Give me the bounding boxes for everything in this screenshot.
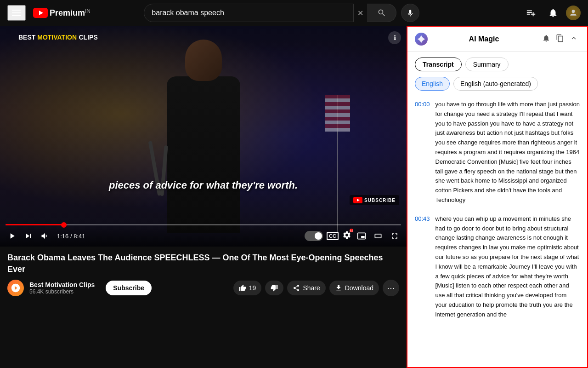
download-icon bbox=[335, 284, 342, 292]
miniplayer-button[interactable] bbox=[355, 230, 368, 242]
volume-icon bbox=[40, 231, 50, 241]
video-subtitle: pieces of advice for what they're worth. bbox=[109, 179, 298, 191]
video-title: Barack Obama Leaves The Audience SPEECHL… bbox=[7, 252, 399, 275]
share-button[interactable]: Share bbox=[287, 281, 325, 295]
chevron-up-icon bbox=[570, 34, 578, 42]
svg-point-2 bbox=[572, 10, 575, 13]
channel-watermark: BEST MOTIVATION CLIPS bbox=[18, 33, 98, 41]
ai-logo-icon bbox=[417, 34, 426, 44]
time-display: 1:16 / 8:41 bbox=[57, 233, 85, 240]
play-icon bbox=[7, 231, 17, 241]
video-info: Barack Obama Leaves The Audience SPEECHL… bbox=[0, 247, 407, 302]
lang-english-button[interactable]: English bbox=[415, 77, 450, 91]
share-icon bbox=[293, 284, 300, 292]
ai-logo bbox=[415, 33, 428, 46]
voice-search-button[interactable] bbox=[401, 4, 419, 22]
user-avatar[interactable] bbox=[566, 6, 581, 20]
video-controls: 1:16 / 8:41 CC 48 bbox=[0, 225, 407, 247]
channel-info: Best Motivation Clips 56.4K subscribers bbox=[29, 281, 95, 295]
channel-name: Best Motivation Clips bbox=[29, 281, 95, 288]
create-button[interactable] bbox=[522, 4, 540, 22]
youtube-small-icon bbox=[353, 197, 362, 203]
channel-logo-icon bbox=[11, 283, 21, 293]
ai-notify-button[interactable] bbox=[540, 32, 552, 46]
video-player[interactable]: BEST MOTIVATION CLIPS ℹ pieces of advice… bbox=[0, 26, 407, 247]
transcript-text-1: where you can whip up a movement in minu… bbox=[435, 214, 580, 320]
notifications-icon bbox=[548, 8, 558, 18]
miniplayer-icon bbox=[357, 231, 366, 241]
main-layout: BEST MOTIVATION CLIPS ℹ pieces of advice… bbox=[0, 26, 588, 368]
settings-button[interactable]: 48 bbox=[342, 230, 351, 242]
timestamp-1[interactable]: 00:43 bbox=[415, 215, 430, 222]
theater-icon bbox=[373, 231, 383, 241]
download-button[interactable]: Download bbox=[329, 281, 379, 295]
subscribe-watermark: SUBSCRIBE bbox=[350, 195, 399, 205]
copy-icon bbox=[556, 34, 564, 42]
playback-toggle[interactable] bbox=[305, 231, 323, 241]
transcript-entry-1: 00:43 where you can whip up a movement i… bbox=[415, 214, 580, 320]
next-icon bbox=[24, 231, 33, 241]
thumbs-down-icon bbox=[271, 284, 278, 292]
timestamp-0[interactable]: 00:00 bbox=[415, 101, 430, 108]
microphone-icon bbox=[406, 9, 414, 17]
ai-collapse-button[interactable] bbox=[568, 32, 580, 46]
watermark-best: BEST bbox=[18, 34, 37, 41]
fullscreen-icon bbox=[390, 231, 399, 241]
more-options-button[interactable]: ⋯ bbox=[383, 280, 399, 296]
hamburger-menu-button[interactable] bbox=[7, 5, 26, 21]
search-clear-button[interactable]: ✕ bbox=[354, 9, 367, 17]
top-navigation: PremiumIN ✕ bbox=[0, 0, 588, 26]
nav-left: PremiumIN bbox=[7, 5, 90, 21]
theater-mode-button[interactable] bbox=[372, 230, 384, 242]
channel-subscribers: 56.4K subscribers bbox=[29, 288, 95, 295]
notifications-button[interactable] bbox=[544, 4, 562, 22]
transcript-entry-0: 00:00 you have to go through life with m… bbox=[415, 100, 580, 205]
ai-magic-panel: AI Magic Transcript Summary English Engl… bbox=[407, 26, 588, 368]
fullscreen-button[interactable] bbox=[388, 230, 401, 242]
watermark-clips: CLIPS bbox=[79, 34, 98, 41]
dislike-button[interactable] bbox=[265, 281, 283, 295]
search-input[interactable] bbox=[152, 9, 346, 17]
avatar-icon bbox=[569, 8, 578, 17]
create-icon bbox=[526, 8, 536, 18]
info-button[interactable]: ℹ bbox=[388, 31, 401, 44]
search-area: ✕ bbox=[144, 4, 419, 22]
ai-header-buttons bbox=[540, 32, 580, 46]
subscribe-watermark-text: SUBSCRIBE bbox=[364, 198, 396, 203]
like-count: 19 bbox=[249, 284, 256, 292]
channel-thumbnail[interactable] bbox=[7, 280, 24, 296]
thumbs-up-icon bbox=[239, 284, 246, 292]
tab-summary[interactable]: Summary bbox=[465, 58, 509, 71]
video-content bbox=[0, 26, 407, 247]
watermark-motivation: MOTIVATION bbox=[37, 34, 77, 41]
search-bar bbox=[144, 4, 354, 22]
transcript-body[interactable]: 00:00 you have to go through life with m… bbox=[407, 96, 587, 367]
ai-panel-header: AI Magic bbox=[407, 27, 587, 52]
logo-text: PremiumIN bbox=[50, 8, 90, 18]
share-label: Share bbox=[303, 284, 320, 292]
settings-badge: 48 bbox=[350, 229, 353, 232]
subscribe-button[interactable]: Subscribe bbox=[106, 281, 152, 295]
video-section: BEST MOTIVATION CLIPS ℹ pieces of advice… bbox=[0, 26, 407, 368]
download-label: Download bbox=[345, 284, 373, 292]
ai-copy-button[interactable] bbox=[554, 32, 566, 46]
like-button[interactable]: 19 bbox=[233, 281, 262, 295]
next-button[interactable] bbox=[22, 230, 35, 242]
ai-tabs: Transcript Summary bbox=[407, 52, 587, 75]
lang-english-auto-button[interactable]: English (auto-generated) bbox=[453, 77, 538, 91]
transcript-text-0: you have to go through life with more th… bbox=[435, 100, 580, 205]
ai-language-row: English English (auto-generated) bbox=[407, 75, 587, 96]
action-buttons: 19 Share Download ⋯ bbox=[233, 280, 399, 296]
channel-row: Best Motivation Clips 56.4K subscribers … bbox=[7, 280, 399, 296]
nav-right-actions bbox=[522, 4, 581, 22]
search-icon bbox=[377, 8, 386, 17]
cc-button[interactable]: CC bbox=[327, 232, 339, 240]
search-submit-button[interactable] bbox=[367, 4, 396, 22]
volume-button[interactable] bbox=[39, 230, 51, 242]
play-pause-button[interactable] bbox=[6, 230, 18, 242]
tab-transcript[interactable]: Transcript bbox=[415, 58, 462, 71]
youtube-icon bbox=[33, 8, 48, 18]
ai-panel-title: AI Magic bbox=[432, 35, 536, 43]
bell-icon bbox=[542, 34, 550, 42]
youtube-logo[interactable]: PremiumIN bbox=[33, 8, 90, 18]
